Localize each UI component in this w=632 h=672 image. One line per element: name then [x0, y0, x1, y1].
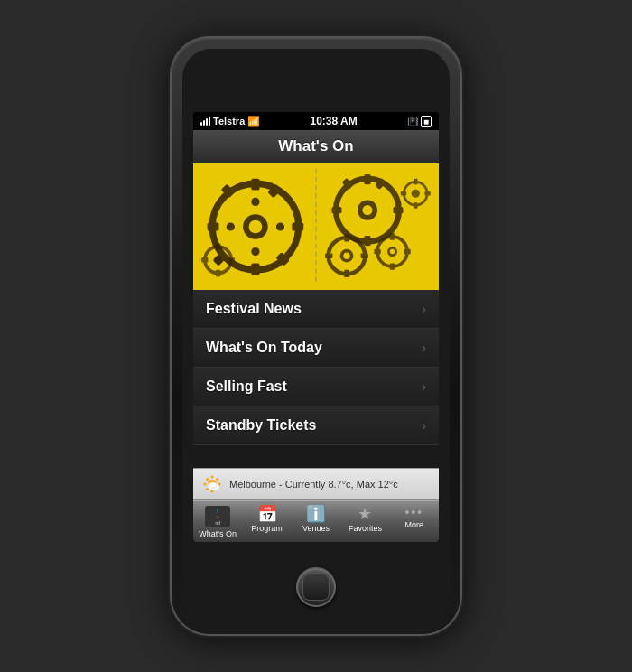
svg-rect-48 — [414, 179, 418, 184]
more-dots-icon: ••• — [404, 506, 423, 518]
tab-bar: i ○ mf What's On 📅 Program ℹ️ Venues ★ — [193, 499, 439, 542]
svg-point-15 — [227, 222, 235, 230]
status-right: 📳 ■ — [407, 116, 432, 127]
status-time: 10:38 AM — [310, 115, 357, 127]
chevron-icon: › — [422, 379, 426, 394]
svg-rect-44 — [228, 257, 235, 263]
svg-point-34 — [390, 249, 395, 255]
svg-point-53 — [211, 476, 214, 479]
calendar-icon: 📅 — [257, 506, 277, 522]
status-left: Telstra 📶 — [200, 116, 260, 127]
tab-more[interactable]: ••• More — [390, 504, 439, 540]
wifi-icon: 📶 — [247, 116, 260, 127]
home-button[interactable] — [296, 567, 336, 607]
tab-program[interactable]: 📅 Program — [242, 504, 291, 540]
menu-item-standby-tickets[interactable]: Standby Tickets › — [193, 406, 439, 445]
svg-rect-49 — [414, 202, 418, 208]
svg-rect-35 — [390, 233, 395, 239]
svg-rect-21 — [393, 207, 403, 213]
tab-favorites[interactable]: ★ Favorites — [340, 504, 389, 540]
status-bar: Telstra 📶 10:38 AM 📳 ■ — [193, 112, 439, 130]
bluetooth-icon: 📳 — [407, 117, 418, 126]
menu-item-festival-news[interactable]: Festival News › — [193, 290, 439, 329]
whats-on-logo-icon: i ○ mf — [205, 506, 230, 527]
svg-point-12 — [251, 198, 259, 206]
tab-whats-on-label: What's On — [199, 529, 237, 538]
svg-point-3 — [249, 220, 263, 234]
hero-svg — [193, 163, 439, 290]
tab-whats-on[interactable]: i ○ mf What's On — [193, 504, 242, 540]
info-icon: ℹ️ — [306, 506, 326, 522]
svg-rect-20 — [364, 236, 370, 246]
carrier-label: Telstra — [213, 116, 245, 126]
screen: Telstra 📶 10:38 AM 📳 ■ What's On — [193, 112, 439, 542]
chevron-icon: › — [422, 302, 426, 316]
svg-rect-37 — [404, 249, 410, 255]
nav-bar-title: What's On — [278, 137, 353, 154]
svg-point-55 — [204, 483, 207, 486]
signal-bars-icon — [200, 117, 210, 126]
tab-favorites-label: Favorites — [349, 524, 382, 533]
svg-rect-29 — [344, 270, 349, 277]
svg-rect-7 — [208, 222, 219, 230]
phone-device: Telstra 📶 10:38 AM 📳 ■ What's On — [172, 38, 460, 634]
svg-rect-4 — [251, 179, 259, 191]
svg-rect-28 — [344, 234, 349, 241]
home-button-inner — [302, 574, 330, 601]
svg-point-57 — [206, 478, 209, 481]
svg-rect-19 — [364, 174, 370, 184]
weather-sun-icon — [202, 474, 222, 494]
svg-rect-22 — [331, 207, 341, 213]
svg-rect-5 — [251, 263, 259, 275]
svg-point-41 — [214, 256, 222, 264]
svg-point-58 — [216, 478, 218, 481]
tab-venues[interactable]: ℹ️ Venues — [292, 504, 340, 540]
svg-point-13 — [251, 247, 259, 256]
tab-venues-label: Venues — [302, 524, 330, 533]
svg-rect-51 — [401, 191, 406, 196]
menu-list: Festival News › What's On Today › Sellin… — [193, 290, 439, 468]
phone-inner: Telstra 📶 10:38 AM 📳 ■ What's On — [182, 49, 450, 623]
tab-more-label: More — [405, 520, 424, 529]
menu-item-selling-fast[interactable]: Selling Fast › — [193, 368, 439, 406]
svg-rect-42 — [216, 243, 221, 249]
svg-point-14 — [276, 222, 284, 230]
menu-item-whats-on-today[interactable]: What's On Today › — [193, 329, 439, 368]
hero-image — [193, 163, 439, 290]
svg-rect-38 — [374, 249, 380, 255]
svg-point-63 — [209, 482, 217, 488]
svg-point-18 — [362, 205, 372, 215]
svg-point-27 — [343, 252, 349, 258]
nav-bar: What's On — [193, 130, 439, 163]
weather-bar: Melbourne - Currently 8.7°c, Max 12°c — [193, 468, 439, 499]
svg-rect-45 — [201, 257, 208, 263]
svg-rect-30 — [361, 253, 368, 258]
svg-rect-43 — [216, 270, 221, 276]
svg-rect-6 — [292, 222, 303, 230]
svg-rect-50 — [424, 191, 430, 196]
chevron-icon: › — [422, 341, 426, 355]
star-icon: ★ — [358, 506, 372, 522]
svg-point-47 — [412, 190, 420, 198]
battery-icon: ■ — [421, 116, 432, 127]
weather-text: Melbourne - Currently 8.7°c, Max 12°c — [229, 479, 398, 490]
svg-rect-36 — [390, 263, 395, 269]
svg-rect-31 — [325, 253, 332, 258]
chevron-icon: › — [422, 418, 426, 433]
tab-program-label: Program — [251, 524, 283, 533]
